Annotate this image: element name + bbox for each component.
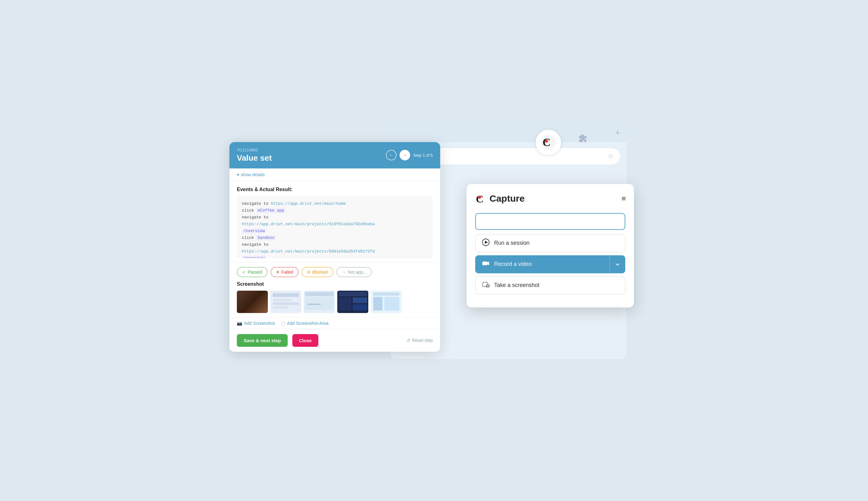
screenshot-icon: ⊡: [482, 280, 490, 290]
capture-popup: C Capture ≡ Run a session: [466, 184, 634, 307]
failed-label: Failed: [282, 269, 293, 275]
screenshot-thumbnails: notifications: [237, 291, 433, 313]
blocked-button[interactable]: ⊘ Blocked: [301, 267, 333, 277]
take-screenshot-button[interactable]: ⊡ Take a screenshot: [475, 276, 625, 295]
chevron-down-icon: ▾: [237, 172, 239, 177]
reset-step-button[interactable]: ↺ Reset step: [406, 338, 433, 343]
svg-rect-16: [353, 304, 367, 310]
failed-button[interactable]: ✕ Failed: [271, 267, 298, 277]
show-details-label: show details: [241, 172, 265, 177]
show-details-bar[interactable]: ▾ show details: [229, 169, 440, 181]
blocked-icon: ⊘: [307, 269, 311, 275]
browser-toolbar: +: [391, 124, 626, 142]
passed-label: Passed: [248, 269, 262, 275]
svg-text:notifications: notifications: [308, 303, 320, 306]
capture-brand: C Capture: [475, 193, 525, 204]
screenshot-thumb-2[interactable]: [270, 291, 301, 313]
svg-rect-7: [273, 306, 288, 309]
take-screenshot-label: Take a screenshot: [494, 282, 539, 288]
svg-rect-14: [339, 298, 351, 310]
svg-rect-4: [273, 293, 299, 297]
events-title: Events & Actual Result:: [237, 187, 433, 192]
record-video-chevron[interactable]: [609, 256, 625, 273]
crop-icon: ⬚: [281, 321, 285, 326]
test-case-id: TC1114892: [237, 148, 272, 152]
nav-back-button[interactable]: ←: [386, 150, 396, 160]
play-circle-icon: [482, 238, 490, 248]
screenshot-section: Screenshot notifications: [229, 281, 440, 317]
reset-icon: ↺: [406, 338, 410, 343]
test-panel-header: TC1114892 Value set ← → Step 1 of 5: [229, 142, 440, 169]
passed-check-icon: ✓: [242, 269, 246, 275]
svg-marker-26: [487, 262, 489, 265]
step-indicator: Step 1 of 5: [413, 153, 433, 158]
svg-rect-19: [373, 297, 383, 310]
events-code-block: navigate to https://app.drivt.net/main/h…: [237, 196, 433, 258]
capture-brand-name: Capture: [490, 193, 525, 204]
svg-point-2: [545, 140, 548, 143]
save-next-button[interactable]: Save & next step: [237, 334, 288, 347]
svg-rect-20: [384, 297, 399, 310]
status-bar: ✓ Passed ✕ Failed ⊘ Blocked → Not app...: [229, 263, 440, 281]
nav-forward-button[interactable]: →: [399, 150, 410, 160]
svg-rect-9: [305, 292, 333, 296]
test-panel-navigation: ← → Step 1 of 5: [386, 150, 433, 160]
capture-popup-header: C Capture ≡: [475, 193, 625, 204]
reset-label: Reset step: [412, 338, 433, 343]
svg-point-22: [478, 196, 481, 199]
camera-icon: 📷: [237, 321, 242, 326]
svg-rect-5: [273, 299, 292, 301]
events-section: Events & Actual Result: navigate to http…: [229, 181, 440, 258]
notapp-arrow-icon: →: [342, 269, 346, 275]
add-screenshot-bar: 📷 Add Screenshot ⬚ Add Screenshot-Area: [229, 317, 440, 329]
add-screenshot-button[interactable]: 📷 Add Screenshot: [237, 321, 275, 326]
svg-text:C: C: [476, 193, 484, 204]
test-case-title: Value set: [237, 153, 272, 163]
svg-marker-24: [485, 241, 488, 244]
svg-text:⊡: ⊡: [487, 285, 488, 287]
capture-search-input[interactable]: [475, 213, 625, 230]
screenshot-thumb-4[interactable]: [337, 291, 368, 313]
svg-rect-18: [373, 292, 399, 296]
bookmark-icon[interactable]: ☆: [608, 152, 614, 160]
capture-c-icon: C: [540, 134, 557, 150]
run-session-button[interactable]: Run a session: [475, 234, 625, 252]
screenshot-title: Screenshot: [237, 281, 433, 287]
run-session-label: Run a session: [494, 240, 529, 246]
passed-button[interactable]: ✓ Passed: [237, 267, 267, 277]
screenshot-thumb-5[interactable]: [371, 291, 402, 313]
not-applicable-button[interactable]: → Not app...: [336, 267, 372, 277]
notapp-label: Not app...: [348, 269, 367, 275]
svg-rect-6: [273, 302, 299, 305]
hamburger-menu-icon[interactable]: ≡: [622, 194, 625, 203]
add-screenshot-label: Add Screenshot: [244, 321, 275, 326]
test-panel: TC1114892 Value set ← → Step 1 of 5 ▾ sh…: [229, 142, 440, 352]
new-tab-icon[interactable]: +: [615, 128, 620, 138]
svg-rect-15: [353, 298, 367, 303]
record-video-button[interactable]: Record a video: [475, 255, 625, 273]
screenshot-thumb-1[interactable]: [237, 291, 268, 313]
add-screenshot-area-label: Add Screenshot-Area: [287, 321, 329, 326]
blocked-label: Blocked: [312, 269, 328, 275]
capture-brand-logo: C: [475, 193, 487, 204]
capture-logo-circle[interactable]: C: [536, 130, 561, 155]
record-video-label: Record a video: [494, 261, 532, 267]
puzzle-icon[interactable]: [576, 132, 589, 147]
add-screenshot-area-button[interactable]: ⬚ Add Screenshot-Area: [281, 321, 329, 326]
screenshot-thumb-3[interactable]: notifications: [304, 291, 335, 313]
close-button[interactable]: Close: [292, 334, 319, 347]
svg-rect-13: [339, 292, 367, 296]
failed-x-icon: ✕: [276, 269, 279, 275]
bottom-action-bar: Save & next step Close ↺ Reset step: [229, 329, 440, 352]
svg-rect-25: [482, 262, 487, 265]
video-camera-icon: [482, 259, 490, 269]
